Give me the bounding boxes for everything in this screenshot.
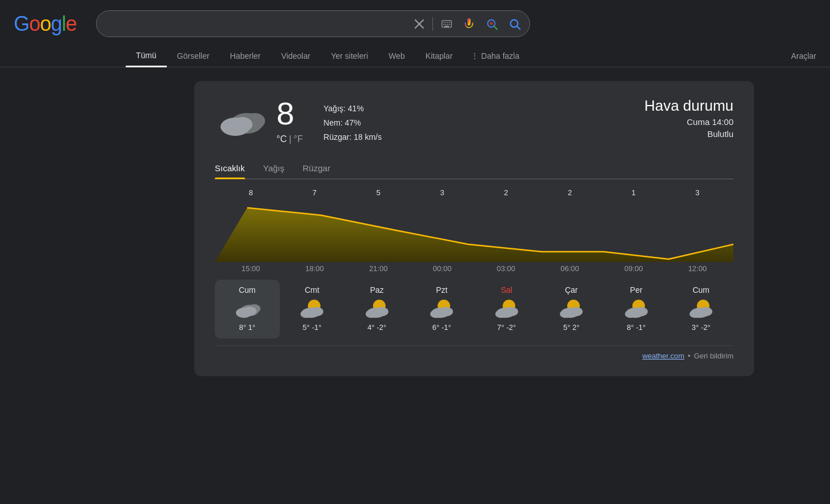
forecast-day-6: Per [630,285,643,295]
temperature-value: 8 [276,98,303,130]
svg-point-35 [366,310,377,318]
forecast-day-7: Cum [692,285,709,295]
tab-videos[interactable]: Videolar [271,46,320,66]
wind-stat: Rüzgar: 18 km/s [323,130,382,144]
forecast-temps-1: 5° -1° [303,323,322,332]
forecast-day-4: Sal [501,285,512,295]
cloud-icon [215,103,266,139]
weather-left: 8 °C | °F Yağış: 41% Nem: 47% Rüzgar: 18… [215,97,382,145]
weather-title: Hava durumu [644,97,733,115]
chart-time-7: 12:00 [666,264,729,273]
weather-footer: weather.com • Geri bildirim [215,345,733,360]
chart-val-1: 7 [283,188,346,197]
fahrenheit-unit[interactable]: °F [294,134,303,144]
weather-tab-wind[interactable]: Rüzgar [303,159,330,179]
forecast-item-1[interactable]: Cmt 5° -1° [280,280,345,338]
svg-point-43 [495,310,507,318]
weather-top: 8 °C | °F Yağış: 41% Nem: 47% Rüzgar: 18… [215,97,733,145]
footer-dot: • [688,352,691,360]
forecast-temps-0: 8° 1° [239,323,255,332]
weather-stats: Yağış: 41% Nem: 47% Rüzgar: 18 km/s [323,102,382,145]
tools-button[interactable]: Araçlar [777,46,830,66]
forecast-icon-5 [558,298,585,320]
chart-val-0: 8 [219,188,282,197]
forecast-day-5: Çar [565,285,578,295]
forecast-icon-6 [623,298,650,320]
keyboard-button[interactable] [439,16,455,32]
forecast-day-0: Cum [239,285,256,295]
svg-point-51 [625,310,636,318]
chart-time-3: 00:00 [411,264,474,273]
more-menu[interactable]: ⋮ Daha fazla [463,46,527,66]
forecast-icon-3 [428,298,455,320]
chart-time-6: 09:00 [602,264,665,273]
forecast-item-0[interactable]: Cum 8° 1° [215,280,280,338]
mic-button[interactable] [460,15,478,33]
svg-rect-7 [443,24,444,25]
header: Google weather:New York [0,0,830,45]
google-logo: Google [14,12,77,36]
clear-button[interactable] [412,17,427,31]
lens-button[interactable] [483,15,500,33]
forecast-temps-2: 4° -2° [367,323,386,332]
nav-tabs: Tümü Görseller Haberler Videolar Yer sit… [0,45,830,67]
precipitation-stat: Yağış: 41% [323,102,382,116]
tab-images[interactable]: Görseller [167,46,220,66]
svg-point-23 [223,122,239,134]
tab-books[interactable]: Kitaplar [415,46,463,66]
weather-subtitle2: Bulutlu [644,129,733,139]
svg-rect-5 [447,22,448,23]
weather-card: 8 °C | °F Yağış: 41% Nem: 47% Rüzgar: 18… [194,81,754,376]
svg-point-16 [490,22,493,25]
humidity-stat: Nem: 47% [323,116,382,130]
forecast-icon-7 [687,298,715,320]
celsius-unit[interactable]: °C [276,134,287,144]
svg-point-31 [300,310,312,318]
weather-right: Hava durumu Cuma 14:00 Bulutlu [644,97,733,139]
forecast-icon-2 [363,298,391,320]
chart-time-2: 21:00 [347,264,410,273]
chart-time-4: 03:00 [475,264,538,273]
chart-val-6: 1 [602,188,665,197]
tab-places[interactable]: Yer siteleri [320,46,378,66]
svg-point-27 [243,307,256,316]
forecast-item-2[interactable]: Paz 4° -2° [344,280,410,338]
weather-tabs: Sıcaklık Yağış Rüzgar [215,159,733,179]
weather-tab-temp[interactable]: Sıcaklık [215,159,245,179]
chart-container: 8 7 5 3 2 2 1 3 [215,188,733,273]
chart-val-4: 2 [475,188,538,197]
forecast-row: Cum 8° 1° Cmt 5° -1° [215,280,733,338]
forecast-item-7[interactable]: Cum 3° -2° [669,280,734,338]
chart-val-2: 5 [347,188,410,197]
tab-news[interactable]: Haberler [220,46,271,66]
temperature-units: °C | °F [276,134,303,144]
forecast-day-3: Pzt [436,285,447,295]
forecast-day-1: Cmt [304,285,319,295]
weather-tab-precip[interactable]: Yağış [263,159,284,179]
forecast-item-3[interactable]: Pzt 6° -1° [410,280,475,338]
forecast-temps-3: 6° -1° [432,323,451,332]
svg-point-47 [560,310,571,318]
forecast-icon-4 [493,298,520,320]
feedback-link[interactable]: Geri bildirim [694,352,733,360]
divider [432,17,433,31]
forecast-item-5[interactable]: Çar 5° 2° [539,280,604,338]
weather-subtitle1: Cuma 14:00 [644,117,733,127]
forecast-day-2: Paz [370,285,384,295]
more-label: Daha fazla [481,51,519,61]
unit-separator: | [289,134,291,144]
forecast-item-6[interactable]: Per 8° -1° [604,280,669,338]
search-bar-wrap: weather:New York [96,10,530,37]
chart-value-labels: 8 7 5 3 2 2 1 3 [215,188,733,197]
forecast-temps-5: 5° 2° [563,323,579,332]
forecast-item-4[interactable]: Sal 7° -2° [474,280,539,338]
chart-time-0: 15:00 [219,264,282,273]
svg-rect-3 [443,22,444,23]
weather-source-link[interactable]: weather.com [642,352,684,360]
temperature-display: 8 °C | °F [276,98,303,144]
search-button[interactable] [506,15,523,33]
svg-rect-8 [446,24,447,25]
tab-web[interactable]: Web [378,46,415,66]
svg-rect-4 [446,22,447,23]
tab-all[interactable]: Tümü [126,45,167,67]
